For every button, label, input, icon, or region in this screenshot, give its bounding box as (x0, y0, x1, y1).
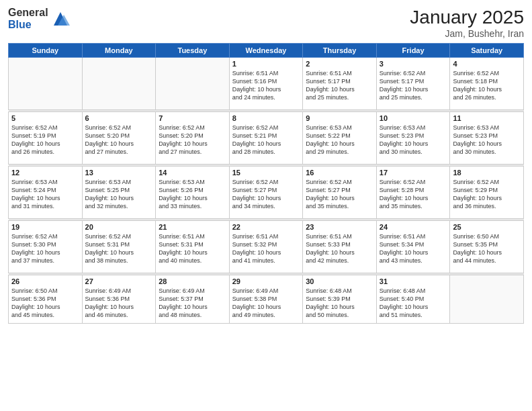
calendar-cell: 20Sunrise: 6:52 AMSunset: 5:31 PMDayligh… (82, 221, 156, 273)
day-info: Sunrise: 6:52 AMSunset: 5:30 PMDaylight:… (11, 232, 79, 265)
day-number: 30 (306, 277, 373, 285)
day-info: Sunrise: 6:53 AMSunset: 5:25 PMDaylight:… (85, 178, 153, 211)
day-number: 23 (306, 223, 373, 231)
logo-blue: Blue (8, 19, 48, 31)
day-info: Sunrise: 6:50 AMSunset: 5:35 PMDaylight:… (453, 232, 521, 265)
day-number: 22 (232, 223, 300, 231)
calendar-cell: 27Sunrise: 6:49 AMSunset: 5:36 PMDayligh… (82, 275, 156, 324)
day-info: Sunrise: 6:52 AMSunset: 5:31 PMDaylight:… (85, 232, 153, 265)
day-number: 26 (11, 277, 79, 285)
day-info: Sunrise: 6:52 AMSunset: 5:17 PMDaylight:… (380, 69, 447, 102)
day-number: 27 (85, 277, 153, 285)
day-number: 11 (453, 114, 521, 122)
day-number: 5 (11, 114, 79, 122)
calendar-cell: 1Sunrise: 6:51 AMSunset: 5:16 PMDaylight… (229, 58, 303, 110)
calendar-cell (156, 58, 230, 110)
header-friday: Friday (376, 44, 450, 58)
logo: General Blue (8, 7, 70, 30)
calendar-cell (450, 275, 524, 324)
calendar-cell: 2Sunrise: 6:51 AMSunset: 5:17 PMDaylight… (303, 58, 377, 110)
calendar-cell: 18Sunrise: 6:52 AMSunset: 5:29 PMDayligh… (450, 167, 524, 219)
calendar-cell: 23Sunrise: 6:51 AMSunset: 5:33 PMDayligh… (303, 221, 377, 273)
day-info: Sunrise: 6:49 AMSunset: 5:36 PMDaylight:… (85, 287, 153, 320)
day-info: Sunrise: 6:53 AMSunset: 5:24 PMDaylight:… (11, 178, 79, 211)
day-info: Sunrise: 6:52 AMSunset: 5:18 PMDaylight:… (453, 69, 521, 102)
calendar-cell (9, 58, 83, 110)
day-number: 31 (380, 277, 447, 285)
calendar-cell: 28Sunrise: 6:49 AMSunset: 5:37 PMDayligh… (156, 275, 230, 324)
day-info: Sunrise: 6:48 AMSunset: 5:39 PMDaylight:… (306, 287, 373, 320)
month-title: January 2025 (410, 7, 524, 28)
day-number: 1 (232, 60, 300, 68)
calendar-cell: 11Sunrise: 6:53 AMSunset: 5:23 PMDayligh… (450, 112, 524, 165)
header-wednesday: Wednesday (229, 44, 303, 58)
day-number: 7 (159, 114, 226, 122)
day-number: 10 (380, 114, 447, 122)
day-info: Sunrise: 6:51 AMSunset: 5:31 PMDaylight:… (159, 232, 226, 265)
day-info: Sunrise: 6:51 AMSunset: 5:33 PMDaylight:… (306, 232, 373, 265)
title-section: January 2025 Jam, Bushehr, Iran (410, 7, 524, 39)
calendar-cell: 3Sunrise: 6:52 AMSunset: 5:17 PMDaylight… (376, 58, 450, 110)
day-info: Sunrise: 6:49 AMSunset: 5:37 PMDaylight:… (159, 287, 226, 320)
header-saturday: Saturday (450, 44, 524, 58)
day-number: 20 (85, 223, 153, 231)
calendar-cell: 15Sunrise: 6:52 AMSunset: 5:27 PMDayligh… (229, 167, 303, 219)
day-info: Sunrise: 6:52 AMSunset: 5:27 PMDaylight:… (232, 178, 300, 211)
logo-text: General Blue (8, 7, 48, 30)
day-info: Sunrise: 6:52 AMSunset: 5:19 PMDaylight:… (11, 124, 79, 156)
day-number: 16 (306, 169, 373, 177)
day-info: Sunrise: 6:52 AMSunset: 5:27 PMDaylight:… (306, 178, 373, 211)
day-number: 2 (306, 60, 373, 68)
day-info: Sunrise: 6:50 AMSunset: 5:36 PMDaylight:… (11, 287, 79, 320)
calendar-cell: 25Sunrise: 6:50 AMSunset: 5:35 PMDayligh… (450, 221, 524, 273)
day-number: 15 (232, 169, 300, 177)
header-thursday: Thursday (303, 44, 377, 58)
day-number: 3 (380, 60, 447, 68)
day-info: Sunrise: 6:49 AMSunset: 5:38 PMDaylight:… (232, 287, 300, 320)
calendar-week-row: 19Sunrise: 6:52 AMSunset: 5:30 PMDayligh… (9, 221, 524, 273)
day-info: Sunrise: 6:51 AMSunset: 5:34 PMDaylight:… (380, 232, 447, 265)
calendar-cell: 24Sunrise: 6:51 AMSunset: 5:34 PMDayligh… (376, 221, 450, 273)
calendar-cell: 31Sunrise: 6:48 AMSunset: 5:40 PMDayligh… (376, 275, 450, 324)
calendar-cell: 30Sunrise: 6:48 AMSunset: 5:39 PMDayligh… (303, 275, 377, 324)
day-info: Sunrise: 6:53 AMSunset: 5:23 PMDaylight:… (380, 124, 447, 156)
calendar-table: Sunday Monday Tuesday Wednesday Thursday… (8, 43, 524, 324)
day-number: 4 (453, 60, 521, 68)
day-number: 29 (232, 277, 300, 285)
calendar-cell: 6Sunrise: 6:52 AMSunset: 5:20 PMDaylight… (82, 112, 156, 165)
day-number: 18 (453, 169, 521, 177)
calendar-week-row: 26Sunrise: 6:50 AMSunset: 5:36 PMDayligh… (9, 275, 524, 324)
header-sunday: Sunday (9, 44, 83, 58)
calendar-cell: 19Sunrise: 6:52 AMSunset: 5:30 PMDayligh… (9, 221, 83, 273)
day-info: Sunrise: 6:51 AMSunset: 5:17 PMDaylight:… (306, 69, 373, 102)
day-info: Sunrise: 6:53 AMSunset: 5:22 PMDaylight:… (306, 124, 373, 156)
day-info: Sunrise: 6:53 AMSunset: 5:23 PMDaylight:… (453, 124, 521, 156)
day-info: Sunrise: 6:52 AMSunset: 5:20 PMDaylight:… (159, 124, 226, 156)
day-number: 6 (85, 114, 153, 122)
calendar-cell: 5Sunrise: 6:52 AMSunset: 5:19 PMDaylight… (9, 112, 83, 165)
calendar-cell: 4Sunrise: 6:52 AMSunset: 5:18 PMDaylight… (450, 58, 524, 110)
page-container: General Blue January 2025 Jam, Bushehr, … (0, 0, 532, 329)
calendar-cell: 21Sunrise: 6:51 AMSunset: 5:31 PMDayligh… (156, 221, 230, 273)
calendar-cell: 7Sunrise: 6:52 AMSunset: 5:20 PMDaylight… (156, 112, 230, 165)
page-header: General Blue January 2025 Jam, Bushehr, … (8, 7, 524, 39)
calendar-cell: 22Sunrise: 6:51 AMSunset: 5:32 PMDayligh… (229, 221, 303, 273)
calendar-week-row: 1Sunrise: 6:51 AMSunset: 5:16 PMDaylight… (9, 58, 524, 110)
calendar-cell: 13Sunrise: 6:53 AMSunset: 5:25 PMDayligh… (82, 167, 156, 219)
logo-general: General (8, 7, 48, 19)
day-number: 9 (306, 114, 373, 122)
weekday-header-row: Sunday Monday Tuesday Wednesday Thursday… (9, 44, 524, 58)
day-number: 14 (159, 169, 226, 177)
calendar-cell: 29Sunrise: 6:49 AMSunset: 5:38 PMDayligh… (229, 275, 303, 324)
header-tuesday: Tuesday (156, 44, 230, 58)
day-info: Sunrise: 6:52 AMSunset: 5:28 PMDaylight:… (380, 178, 447, 211)
logo-icon (51, 9, 70, 28)
day-info: Sunrise: 6:51 AMSunset: 5:16 PMDaylight:… (232, 69, 300, 102)
day-number: 12 (11, 169, 79, 177)
day-info: Sunrise: 6:52 AMSunset: 5:29 PMDaylight:… (453, 178, 521, 211)
day-number: 13 (85, 169, 153, 177)
day-number: 25 (453, 223, 521, 231)
day-info: Sunrise: 6:52 AMSunset: 5:20 PMDaylight:… (85, 124, 153, 156)
day-number: 8 (232, 114, 300, 122)
day-number: 28 (159, 277, 226, 285)
